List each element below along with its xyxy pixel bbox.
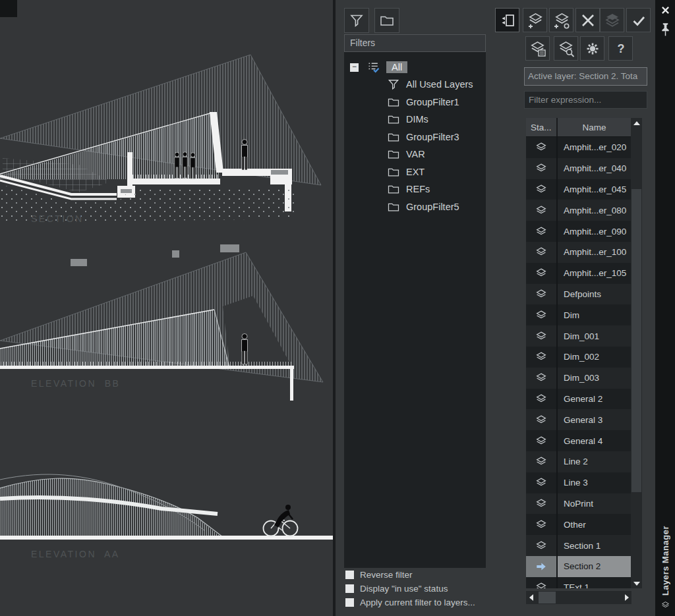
display-in-use-checkbox[interactable] bbox=[345, 584, 354, 593]
panel-edge-strip: Layers Manager bbox=[655, 0, 675, 616]
table-row[interactable]: Line 3 bbox=[526, 472, 631, 493]
table-row[interactable]: Dim bbox=[526, 304, 631, 325]
elevation-aa-label: ELEVATION AA bbox=[31, 549, 120, 559]
apply-filter-row: Apply current filter to layers... bbox=[345, 597, 475, 607]
column-header-status[interactable]: Sta... bbox=[526, 118, 558, 136]
new-filter-button[interactable] bbox=[344, 8, 369, 33]
check-icon bbox=[631, 13, 647, 28]
help-button[interactable]: ? bbox=[608, 36, 633, 61]
pin-button[interactable] bbox=[660, 22, 671, 38]
folder-icon bbox=[387, 200, 400, 213]
cad-drawing bbox=[0, 0, 333, 616]
table-row[interactable]: Dim_001 bbox=[526, 325, 631, 347]
layers-stack-icon bbox=[604, 13, 620, 28]
layer-search-button[interactable] bbox=[554, 36, 578, 61]
tree-item-groupfilter1[interactable]: GroupFilter1 bbox=[344, 94, 486, 111]
new-layer-options-button[interactable] bbox=[549, 8, 573, 32]
table-row[interactable]: Amphit...er_045 bbox=[526, 179, 631, 200]
table-row[interactable]: Amphit...er_100 bbox=[526, 242, 631, 263]
layer-states-button[interactable] bbox=[525, 36, 550, 61]
table-row[interactable]: Dim_003 bbox=[526, 368, 631, 389]
reverse-filter-checkbox[interactable] bbox=[345, 571, 354, 579]
tree-item-ext[interactable]: EXT bbox=[344, 163, 486, 181]
tree-item-groupfilter5[interactable]: GroupFilter5 bbox=[344, 198, 486, 216]
table-row[interactable]: Amphit...er_080 bbox=[526, 200, 631, 221]
panel-toggle-button[interactable] bbox=[495, 8, 519, 32]
layers-icon bbox=[535, 540, 548, 551]
collapse-expander-icon[interactable]: − bbox=[350, 63, 359, 72]
table-row[interactable]: Amphit...er_090 bbox=[526, 221, 631, 242]
vertical-scrollbar-thumb[interactable] bbox=[631, 189, 641, 492]
new-layer-button[interactable] bbox=[523, 8, 547, 32]
table-row[interactable]: General 4 bbox=[526, 430, 631, 451]
tree-item-label: EXT bbox=[406, 167, 425, 177]
table-row[interactable]: TExt 1 bbox=[526, 577, 631, 588]
checkbox-label: Apply current filter to layers... bbox=[360, 598, 475, 607]
elevation-aa-drawing bbox=[0, 474, 333, 540]
table-row[interactable]: Amphit...er_040 bbox=[526, 158, 631, 179]
panel-tab[interactable]: Layers Manager bbox=[655, 526, 675, 609]
cyclist-figure bbox=[264, 505, 298, 536]
tree-item-label: GroupFilter5 bbox=[406, 202, 459, 212]
column-header-name[interactable]: Name bbox=[558, 123, 631, 132]
layer-table: Sta... Name Amphit...er_020 Amphit...er_… bbox=[526, 118, 642, 588]
layers-icon bbox=[535, 519, 548, 530]
collapse-panel-icon bbox=[500, 13, 515, 28]
layers-icon bbox=[660, 601, 670, 609]
scroll-down-button[interactable] bbox=[631, 578, 642, 588]
delete-layer-button[interactable] bbox=[575, 8, 600, 32]
scroll-left-button[interactable] bbox=[526, 591, 536, 604]
horizontal-scrollbar-thumb[interactable] bbox=[539, 592, 556, 603]
apply-filter-checkbox[interactable] bbox=[345, 598, 354, 607]
layers-icon bbox=[535, 246, 548, 258]
tree-item-var[interactable]: VAR bbox=[344, 146, 486, 163]
table-row-selected[interactable]: Section 2 bbox=[526, 556, 631, 577]
table-row[interactable]: NoPrint bbox=[526, 493, 631, 515]
filter-expression-input[interactable] bbox=[524, 91, 647, 109]
new-group-filter-button[interactable] bbox=[374, 8, 399, 33]
section-label: SECTION bbox=[31, 213, 84, 224]
horizontal-scrollbar[interactable] bbox=[526, 591, 631, 604]
layers-magnifier-icon bbox=[558, 40, 575, 57]
table-row[interactable]: Defpoints bbox=[526, 284, 631, 305]
tree-item-all-used-layers[interactable]: All Used Layers bbox=[344, 76, 486, 94]
layers-plus-icon bbox=[527, 12, 544, 29]
filter-tree: − All All Used Layers GroupFilter1 DIMs bbox=[344, 52, 486, 568]
table-row[interactable]: Amphit...er_020 bbox=[526, 137, 631, 158]
vertical-scrollbar[interactable] bbox=[631, 118, 642, 588]
confirm-button[interactable] bbox=[626, 8, 651, 32]
table-row[interactable]: General 2 bbox=[526, 389, 631, 410]
table-body: Amphit...er_020 Amphit...er_040 Amphit..… bbox=[526, 137, 631, 588]
layers-icon bbox=[535, 184, 548, 195]
table-row[interactable]: General 3 bbox=[526, 409, 631, 430]
panel-tab-label: Layers Manager bbox=[660, 526, 670, 596]
checkbox-label: Display "in use" status bbox=[360, 584, 448, 594]
tree-root-label[interactable]: All bbox=[386, 61, 407, 73]
tree-item-groupfilter3[interactable]: GroupFilter3 bbox=[344, 128, 486, 146]
svg-text:?: ? bbox=[617, 42, 624, 55]
scroll-up-button[interactable] bbox=[631, 118, 642, 128]
scroll-right-button[interactable] bbox=[622, 591, 631, 604]
folder-icon bbox=[387, 113, 400, 126]
folder-icon bbox=[379, 13, 395, 28]
pin-icon bbox=[660, 22, 670, 37]
layers-plus-circle-icon bbox=[553, 12, 570, 29]
tree-item-label: All Used Layers bbox=[406, 79, 473, 90]
folder-icon bbox=[387, 96, 400, 109]
tree-root-all[interactable]: − All bbox=[344, 59, 486, 76]
table-row[interactable]: Dim_002 bbox=[526, 347, 631, 368]
layers-icon bbox=[535, 289, 548, 300]
layers-icon bbox=[535, 267, 548, 279]
tree-item-dims[interactable]: DIMs bbox=[344, 111, 486, 128]
table-row[interactable]: Amphit...er_105 bbox=[526, 263, 631, 284]
layers-icon bbox=[535, 456, 548, 467]
settings-button[interactable] bbox=[580, 36, 604, 61]
table-row[interactable]: Line 2 bbox=[526, 451, 631, 472]
cad-viewport[interactable]: SECTION ELEVATION BB ELEVATION AA bbox=[0, 0, 333, 616]
layers-icon bbox=[535, 142, 548, 153]
table-row[interactable]: Section 1 bbox=[526, 535, 631, 556]
tree-item-refs[interactable]: REFs bbox=[344, 181, 486, 198]
close-button[interactable] bbox=[659, 4, 671, 16]
table-row[interactable]: Other bbox=[526, 514, 631, 535]
layers-disabled-button[interactable] bbox=[600, 8, 624, 32]
